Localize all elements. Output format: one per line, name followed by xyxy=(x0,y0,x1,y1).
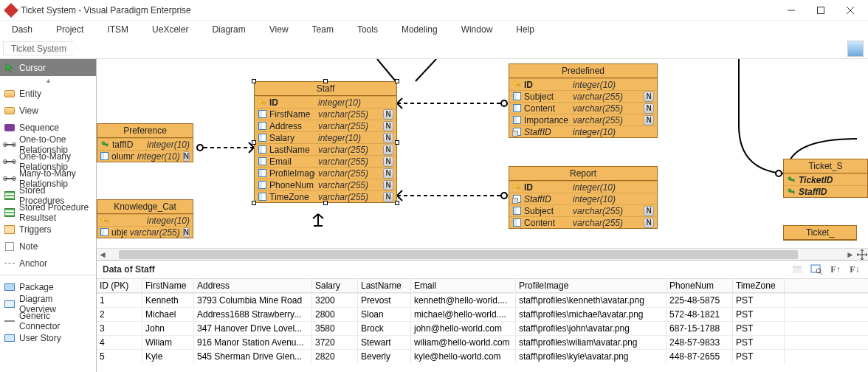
table-row[interactable]: 2MichaelAddress1688 Strawberry...2800Slo… xyxy=(97,307,868,321)
column-name: ID xyxy=(524,182,570,193)
table-row[interactable]: 5Kyle545 Sherman Drive Glen...2820Beverl… xyxy=(97,349,868,363)
entity-report[interactable]: ReportIDinteger(10)StaffIDinteger(10)Sub… xyxy=(509,166,658,229)
panel-tool-1[interactable] xyxy=(790,262,805,277)
palette-view[interactable]: View xyxy=(0,102,96,119)
entity-knowledge_cat[interactable]: Knowledge_Catinteger(10)ubjectvarchar(25… xyxy=(97,199,193,238)
scroll-left-icon[interactable]: ◄ xyxy=(97,249,108,260)
entity-ticket_partial[interactable]: Ticket_ xyxy=(783,225,857,241)
palette-anchor[interactable]: Anchor xyxy=(0,255,96,272)
table-row[interactable]: 1Kenneth3793 Columbia Mine Road3200Prevo… xyxy=(97,293,868,307)
entity-column[interactable]: integer(10) xyxy=(97,214,193,226)
column-header-addr[interactable]: Address xyxy=(194,279,312,292)
menu-diagram[interactable]: Diagram xyxy=(200,24,257,35)
entity-column[interactable]: LastNamevarchar(255)N xyxy=(255,143,396,155)
entity-column[interactable]: TimeZonevarchar(255)N xyxy=(255,190,396,202)
move-icon[interactable] xyxy=(856,249,868,260)
table-cell: 2800 xyxy=(312,308,358,321)
entity-column[interactable]: Subjectvarchar(255)N xyxy=(509,204,657,216)
entity-column[interactable]: ProfileImagevarchar(255)N xyxy=(255,167,396,179)
table-cell: 916 Manor Station Avenu... xyxy=(194,336,312,349)
entity-column[interactable]: ubjectvarchar(255)N xyxy=(97,226,193,238)
scroll-right-icon[interactable]: ► xyxy=(844,249,856,260)
entity-column[interactable]: Emailvarchar(255)N xyxy=(255,155,396,167)
entity-column[interactable]: FirstNamevarchar(255)N xyxy=(255,108,396,120)
entity-column[interactable]: StaffID xyxy=(784,185,867,197)
table-cell: 572-48-1821 xyxy=(666,308,733,321)
entity-column[interactable]: IDinteger(10) xyxy=(255,96,396,108)
horizontal-scrollbar[interactable]: ◄ ► xyxy=(97,248,868,260)
column-header-phone[interactable]: PhoneNum xyxy=(666,279,733,292)
entity-predefined[interactable]: PredefinedIDinteger(10)Subjectvarchar(25… xyxy=(509,63,658,138)
column-header-img[interactable]: ProfileImage xyxy=(516,279,666,292)
entity-column[interactable]: Importancevarchar(255)N xyxy=(509,114,657,125)
column-header-id[interactable]: ID (PK) xyxy=(97,279,142,292)
column-header-last[interactable]: LastName xyxy=(358,279,411,292)
palette-item-label: Triggers xyxy=(19,224,52,235)
column-type: varchar(255) xyxy=(573,115,641,125)
palette-user-story[interactable]: User Story xyxy=(0,329,96,346)
menu-modeling[interactable]: Modeling xyxy=(390,24,450,35)
table-row[interactable]: 3John347 Hanover Drive Lovel...3580Brock… xyxy=(97,321,868,335)
table-row[interactable]: 4Wiliam916 Manor Station Avenu...3720Ste… xyxy=(97,335,868,349)
entity-column[interactable]: IDinteger(10) xyxy=(509,78,657,90)
entity-preference[interactable]: PreferencetaffIDinteger(10)olumninteger(… xyxy=(97,123,193,162)
menu-window[interactable]: Window xyxy=(450,24,505,35)
table-cell: 2820 xyxy=(312,350,358,363)
menu-team[interactable]: Team xyxy=(300,24,345,35)
entity-column[interactable]: StaffIDinteger(10) xyxy=(509,193,657,204)
palette-cursor[interactable]: Cursor xyxy=(0,59,96,76)
maximize-button[interactable] xyxy=(806,1,836,20)
column-header-salary[interactable]: Salary xyxy=(312,279,358,292)
menu-help[interactable]: Help xyxy=(504,24,546,35)
breadcrumb[interactable]: Ticket System xyxy=(3,41,80,56)
entity-column[interactable]: IDinteger(10) xyxy=(509,181,657,193)
palette-generic-connector[interactable]: Generic Connector xyxy=(0,312,96,329)
entity-staff[interactable]: StaffIDinteger(10)FirstNamevarchar(255)N… xyxy=(254,81,397,203)
table-cell: Kenneth xyxy=(142,294,194,307)
column-name: StaffID xyxy=(524,194,570,204)
titlebar: Ticket System - Visual Paradigm Enterpri… xyxy=(0,0,868,21)
column-header-first[interactable]: FirstName xyxy=(142,279,194,292)
menu-project[interactable]: Project xyxy=(44,24,95,35)
palette-triggers[interactable]: Triggers xyxy=(0,221,96,238)
entity-ticket_s[interactable]: Ticket_STicketIDStaffID xyxy=(783,159,868,198)
palette-note[interactable]: Note xyxy=(0,238,96,255)
menu-itsm[interactable]: ITSM xyxy=(95,24,140,35)
entity-column[interactable]: Contentvarchar(255)N xyxy=(509,102,657,114)
column-type: varchar(255) xyxy=(318,109,380,120)
table-header: ID (PK)FirstNameAddressSalaryLastNameEma… xyxy=(97,279,868,293)
menu-view[interactable]: View xyxy=(258,24,300,35)
layout-tool-icon[interactable] xyxy=(847,41,864,57)
entity-column[interactable]: Salaryinteger(10)N xyxy=(255,131,396,143)
table-cell: 2 xyxy=(97,308,142,321)
entity-column[interactable]: Subjectvarchar(255)N xyxy=(509,90,657,102)
table-cell: michael@hello-world.... xyxy=(411,308,516,321)
palette-collapse-icon[interactable]: ▴ xyxy=(0,76,96,85)
menu-dash[interactable]: Dash xyxy=(0,24,44,35)
column-header-email[interactable]: Email xyxy=(411,279,516,292)
palette-entity[interactable]: Entity xyxy=(0,85,96,102)
panel-tool-sort-desc[interactable]: F↓ xyxy=(847,262,862,277)
panel-tool-search-icon[interactable] xyxy=(809,262,824,277)
table-cell: 3 xyxy=(97,322,142,335)
table-cell: Address1688 Strawberry... xyxy=(194,308,312,321)
svg-line-5 xyxy=(416,59,436,81)
palette-stored-procedure-resultset[interactable]: Stored Procedure Resultset xyxy=(0,204,96,221)
entity-column[interactable]: Contentvarchar(255)N xyxy=(509,216,657,228)
diagram-canvas[interactable]: PreferencetaffIDinteger(10)olumninteger(… xyxy=(97,59,868,248)
entity-column[interactable]: PhoneNumvarchar(255)N xyxy=(255,179,396,190)
close-button[interactable] xyxy=(836,1,865,20)
column-header-tz[interactable]: TimeZone xyxy=(733,279,785,292)
workspace: Cursor▴EntityViewSequenceOne-to-One Rela… xyxy=(0,59,868,372)
menu-tools[interactable]: Tools xyxy=(345,24,390,35)
table-cell: Michael xyxy=(142,308,194,321)
entity-column[interactable]: olumninteger(10)N xyxy=(97,150,193,162)
entity-column[interactable]: StaffIDinteger(10) xyxy=(509,125,657,137)
minimize-button[interactable] xyxy=(776,1,806,20)
entity-column[interactable]: Addressvarchar(255)N xyxy=(255,120,396,131)
menu-uexceler[interactable]: UeXceler xyxy=(140,24,200,35)
column-type: integer(10) xyxy=(573,80,654,90)
entity-column[interactable]: TicketID xyxy=(784,173,867,185)
panel-tool-sort-asc[interactable]: F↑ xyxy=(828,262,843,277)
entity-column[interactable]: taffIDinteger(10) xyxy=(97,138,193,150)
